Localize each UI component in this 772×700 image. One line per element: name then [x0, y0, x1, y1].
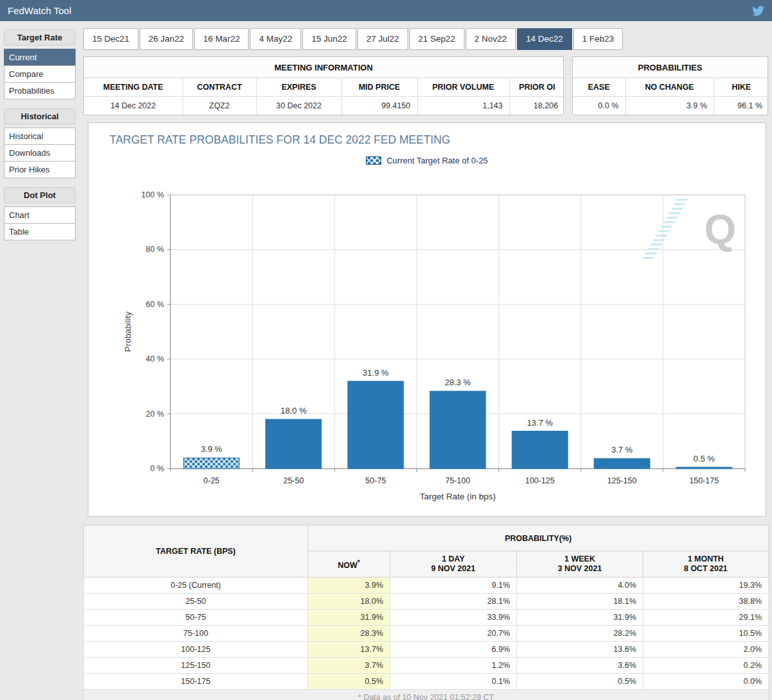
sidebar-item-probabilities[interactable]: Probabilities [4, 82, 76, 99]
sidebar-item-downloads[interactable]: Downloads [4, 144, 76, 162]
chart-legend: Current Target Rate of 0-25 [88, 156, 766, 165]
table-row-50-75: 50-7531.9%33.9%31.9%29.1% [84, 610, 769, 626]
value-cell-100-125-2: 13.6% [517, 642, 643, 658]
chart-svg: Q0 %20 %40 %60 %80 %100 %3.9 %0-2518.0 %… [106, 190, 771, 506]
x-tick-150-175: 150-175 [689, 476, 719, 485]
meeting-info-value-expires: 30 Dec 2022 [256, 97, 341, 115]
bar-0-25 [184, 458, 240, 469]
bar-value-label-100-125: 13.7 % [527, 418, 553, 428]
tab-26-jan22[interactable]: 26 Jan22 [140, 28, 193, 50]
probabilities-value-hike: 96.1 % [714, 97, 769, 115]
rate-cell-150-175: 150-175 [84, 674, 308, 690]
probabilities-table: EASENO CHANGEHIKE 0.0 %3.9 %96.1 % [573, 78, 769, 115]
meeting-information-title: MEETING INFORMATION [84, 57, 563, 78]
meeting-info-header-row: MEETING DATECONTRACTEXPIRESMID PRICEPRIO… [84, 78, 564, 97]
value-cell-150-175-3: 0.0% [643, 674, 769, 690]
bar-100-125 [512, 431, 568, 469]
meeting-info-header-meeting-date: MEETING DATE [84, 78, 183, 97]
meeting-info-header-expires: EXPIRES [256, 78, 341, 97]
tab-27-jul22[interactable]: 27 Jul22 [357, 28, 408, 50]
bar-50-75 [348, 381, 404, 469]
x-tick-100-125: 100-125 [525, 476, 555, 485]
bar-125-150 [594, 458, 650, 469]
probability-table-body: 0-25 (Current)3.9%9.1%4.0%19.3%25-5018.0… [84, 578, 769, 690]
meeting-tabs: 15 Dec2126 Jan2216 Mar224 May2215 Jun222… [83, 28, 768, 50]
probabilities-value-no-change: 3.9 % [625, 97, 714, 115]
sidebar-item-table[interactable]: Table [4, 223, 76, 240]
value-cell-100-125-1: 6.9% [390, 642, 517, 658]
y-tick-100: 100 % [142, 190, 164, 199]
meeting-info-value-meeting-date: 14 Dec 2022 [84, 97, 183, 115]
sidebar-item-compare[interactable]: Compare [4, 65, 76, 83]
table-row-125-150: 125-1503.7%1.2%3.6%0.2% [84, 658, 769, 674]
subheader-1-week: 1 WEEK3 NOV 2021 [517, 551, 643, 578]
bar-value-label-50-75: 31.9 % [363, 368, 389, 378]
main-content: 15 Dec2126 Jan2216 Mar224 May2215 Jun222… [83, 28, 768, 700]
meeting-info-value-mid-price: 99.4150 [341, 97, 417, 115]
x-tick-50-75: 50-75 [365, 476, 386, 485]
probabilities-header-hike: HIKE [714, 78, 769, 97]
chart-panel: TARGET RATE PROBABILITIES FOR 14 DEC 202… [88, 122, 766, 517]
probabilities-header-no-change: NO CHANGE [625, 78, 714, 97]
sidebar-item-historical[interactable]: Historical [4, 128, 76, 145]
x-tick-25-50: 25-50 [283, 476, 304, 485]
probabilities-panel: PROBABILITIES EASENO CHANGEHIKE 0.0 %3.9… [572, 56, 768, 115]
x-tick-125-150: 125-150 [607, 476, 637, 485]
table-row-25-50: 25-5018.0%28.1%18.1%38.8% [84, 594, 769, 610]
bar-150-175 [676, 467, 732, 469]
value-cell-0-25-current-2: 4.0% [517, 578, 643, 594]
sidebar-item-current[interactable]: Current [4, 49, 76, 66]
meeting-info-value-row: 14 Dec 2022ZQZ230 Dec 202299.41501,14318… [84, 97, 564, 115]
value-cell-25-50-0: 18.0% [308, 594, 390, 610]
twitter-icon[interactable] [752, 6, 764, 16]
table-row-150-175: 150-1750.5%0.1%0.5%0.0% [84, 674, 769, 690]
rate-cell-0-25-current: 0-25 (Current) [84, 578, 308, 594]
bar-value-label-75-100: 28.3 % [445, 378, 471, 387]
rate-cell-75-100: 75-100 [84, 626, 308, 642]
table-row-100-125: 100-12513.7%6.9%13.6%2.0% [84, 642, 769, 658]
tab-1-feb23[interactable]: 1 Feb23 [573, 28, 623, 50]
meeting-information-table: MEETING DATECONTRACTEXPIRESMID PRICEPRIO… [84, 78, 564, 115]
value-cell-125-150-1: 1.2% [390, 658, 517, 674]
probabilities-value-row: 0.0 %3.9 %96.1 % [573, 97, 769, 115]
sidebar-item-prior-hikes[interactable]: Prior Hikes [4, 161, 76, 178]
tab-2-nov22[interactable]: 2 Nov22 [466, 28, 516, 50]
sidebar: Target RateCurrentCompareProbabilitiesHi… [4, 29, 76, 240]
tab-15-jun22[interactable]: 15 Jun22 [302, 28, 356, 50]
x-axis-title: Target Rate (in bps) [420, 492, 496, 501]
subheader-now: NOW* [308, 551, 390, 578]
rate-cell-100-125: 100-125 [84, 642, 308, 658]
quikstrike-watermark: Q [704, 206, 736, 253]
value-cell-75-100-2: 28.2% [517, 626, 643, 642]
tab-4-may22[interactable]: 4 May22 [250, 28, 301, 50]
probability-group-header: PROBABILITY(%) [308, 526, 769, 551]
chart-title: TARGET RATE PROBABILITIES FOR 14 DEC 202… [110, 133, 766, 147]
sidebar-section-target-rate: Target Rate [4, 29, 76, 46]
y-tick-0: 0 % [150, 464, 164, 473]
bar-75-100 [430, 391, 486, 469]
value-cell-125-150-3: 0.2% [643, 658, 769, 674]
meeting-info-value-prior-oi: 18,206 [509, 97, 564, 115]
value-cell-150-175-1: 0.1% [390, 674, 517, 690]
y-tick-20: 20 % [146, 410, 165, 419]
bar-value-label-25-50: 18.0 % [281, 406, 307, 415]
sidebar-item-chart[interactable]: Chart [4, 206, 76, 224]
probability-table-wrap: TARGET RATE (BPS) PROBABILITY(%) NOW*1 D… [83, 525, 768, 700]
y-axis-title: Probability [123, 312, 133, 352]
summary-panels-row: MEETING INFORMATION MEETING DATECONTRACT… [83, 56, 768, 115]
y-tick-40: 40 % [146, 354, 165, 363]
meeting-info-header-prior-oi: PRIOR OI [509, 78, 564, 97]
sidebar-section-historical: Historical [4, 108, 76, 124]
table-row-75-100: 75-10028.3%20.7%28.2%10.5% [84, 626, 769, 642]
tab-15-dec21[interactable]: 15 Dec21 [83, 28, 138, 50]
meeting-info-header-mid-price: MID PRICE [341, 78, 417, 97]
tab-21-sep22[interactable]: 21 Sep22 [409, 28, 464, 50]
tab-14-dec22[interactable]: 14 Dec22 [517, 28, 572, 50]
meeting-info-value-prior-volume: 1,143 [417, 97, 509, 115]
meeting-info-value-contract: ZQZ2 [183, 97, 256, 115]
legend-label: Current Target Rate of 0-25 [386, 156, 488, 165]
value-cell-25-50-1: 28.1% [390, 594, 517, 610]
value-cell-50-75-3: 29.1% [643, 610, 769, 626]
tab-16-mar22[interactable]: 16 Mar22 [194, 28, 249, 50]
subheader-1-day: 1 DAY9 NOV 2021 [390, 551, 517, 578]
